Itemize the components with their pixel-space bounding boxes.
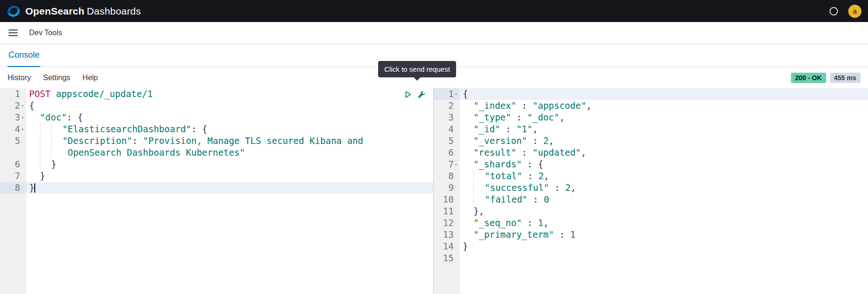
code-line[interactable]: 14} bbox=[434, 241, 868, 252]
play-icon bbox=[404, 90, 412, 98]
line-number: 3▾ bbox=[0, 112, 26, 123]
avatar[interactable]: a bbox=[848, 5, 861, 18]
code-text: "result" : "updated", bbox=[460, 147, 868, 158]
code-text: } bbox=[460, 241, 868, 252]
fold-icon[interactable]: ▾ bbox=[454, 158, 460, 170]
text-cursor bbox=[34, 183, 35, 193]
help-icon[interactable] bbox=[829, 7, 838, 15]
code-text: POST appscode/_update/1 bbox=[26, 88, 433, 100]
code-text: } bbox=[26, 170, 433, 182]
code-line[interactable]: 8 "total" : 2, bbox=[434, 170, 868, 182]
code-line[interactable]: 3 "_type" : "_doc", bbox=[434, 112, 868, 123]
code-line[interactable]: 4 "_id" : "1", bbox=[434, 123, 868, 135]
line-number: 4▾ bbox=[0, 123, 26, 135]
code-line[interactable]: 9 "successful" : 2, bbox=[434, 182, 868, 194]
send-request-button[interactable] bbox=[404, 90, 412, 98]
line-number: 10 bbox=[434, 194, 460, 205]
settings-button[interactable]: Settings bbox=[43, 74, 70, 82]
request-settings-button[interactable] bbox=[418, 90, 426, 98]
fold-icon[interactable]: ▾ bbox=[20, 123, 26, 135]
code-line[interactable]: 11 }, bbox=[434, 205, 868, 217]
console-panes: 1POST appscode/_update/12▾{3▾ "doc": {4▾… bbox=[0, 88, 868, 294]
response-pane: 1▾{2 "_index" : "appscode",3 "_type" : "… bbox=[434, 88, 868, 294]
code-line[interactable]: 4▾ "ElasticsearchDashboard": { bbox=[0, 123, 433, 135]
line-number: 15 bbox=[434, 252, 460, 264]
code-line[interactable]: 13 "_primary_term" : 1 bbox=[434, 229, 868, 241]
line-number: 3 bbox=[434, 112, 460, 123]
status-badge: 200 - OK bbox=[791, 73, 826, 83]
code-text: }, bbox=[460, 205, 868, 217]
help-button[interactable]: Help bbox=[83, 74, 98, 82]
code-line[interactable]: 1▾{ bbox=[434, 88, 868, 100]
code-line[interactable]: 15 bbox=[434, 252, 868, 264]
line-number: 1▾ bbox=[434, 88, 460, 100]
code-text: "_version" : 2, bbox=[460, 135, 868, 147]
line-number: 6 bbox=[434, 147, 460, 158]
line-number: 8 bbox=[0, 182, 26, 194]
code-text: OpenSearch Dashboards Kubernetes" bbox=[26, 147, 433, 158]
code-text: "doc": { bbox=[26, 112, 433, 123]
code-text: "ElasticsearchDashboard": { bbox=[26, 123, 433, 135]
line-number: 2 bbox=[434, 100, 460, 112]
code-text: "Description": "Provision, Manage TLS se… bbox=[26, 135, 433, 147]
request-editor[interactable]: 1POST appscode/_update/12▾{3▾ "doc": {4▾… bbox=[0, 88, 433, 294]
response-time-badge: 455 ms bbox=[830, 73, 860, 83]
code-line[interactable]: 10 "failed" : 0 bbox=[434, 194, 868, 205]
code-text: "_shards" : { bbox=[460, 158, 868, 170]
line-number: 7▾ bbox=[434, 158, 460, 170]
code-text: } bbox=[26, 158, 433, 170]
line-number bbox=[0, 147, 26, 158]
code-text: } bbox=[26, 182, 433, 194]
code-line[interactable]: 3▾ "doc": { bbox=[0, 112, 433, 123]
code-text bbox=[460, 252, 868, 264]
code-line[interactable]: 6 } bbox=[0, 158, 433, 170]
response-editor[interactable]: 1▾{2 "_index" : "appscode",3 "_type" : "… bbox=[434, 88, 868, 294]
code-line[interactable]: 8} bbox=[0, 182, 433, 194]
history-button[interactable]: History bbox=[8, 74, 31, 82]
line-number: 11 bbox=[434, 205, 460, 217]
line-number: 12 bbox=[434, 217, 460, 229]
send-request-tooltip: Click to send request bbox=[378, 61, 456, 77]
line-number: 14 bbox=[434, 241, 460, 252]
brand-primary: OpenSearch bbox=[25, 6, 85, 16]
code-line[interactable]: 12 "_seq_no" : 1, bbox=[434, 217, 868, 229]
fold-icon[interactable]: ▾ bbox=[20, 112, 26, 123]
tab-console[interactable]: Console bbox=[8, 50, 40, 67]
opensearch-logo-icon bbox=[7, 4, 21, 18]
line-number: 2▾ bbox=[0, 100, 26, 112]
code-line[interactable]: 6 "result" : "updated", bbox=[434, 147, 868, 158]
request-actions bbox=[404, 90, 426, 98]
code-line[interactable]: 1POST appscode/_update/1 bbox=[0, 88, 433, 100]
code-text: "_type" : "_doc", bbox=[460, 112, 868, 123]
code-text: "_primary_term" : 1 bbox=[460, 229, 868, 241]
code-line[interactable]: 2▾{ bbox=[0, 100, 433, 112]
request-pane: 1POST appscode/_update/12▾{3▾ "doc": {4▾… bbox=[0, 88, 434, 294]
brand-secondary: Dashboards bbox=[87, 6, 141, 16]
code-text: "_seq_no" : 1, bbox=[460, 217, 868, 229]
code-text: "_id" : "1", bbox=[460, 123, 868, 135]
line-number: 7 bbox=[0, 170, 26, 182]
line-number: 8 bbox=[434, 170, 460, 182]
code-line[interactable]: 7 } bbox=[0, 170, 433, 182]
opensearch-logo[interactable]: OpenSearchDashboards bbox=[7, 4, 141, 18]
code-line[interactable]: 7▾ "_shards" : { bbox=[434, 158, 868, 170]
fold-icon[interactable]: ▾ bbox=[20, 100, 26, 112]
breadcrumb: Dev Tools bbox=[29, 29, 62, 37]
app-header: OpenSearchDashboards a bbox=[0, 0, 868, 22]
line-number: 13 bbox=[434, 229, 460, 241]
code-text: "_index" : "appscode", bbox=[460, 100, 868, 112]
app-title: OpenSearchDashboards bbox=[25, 6, 141, 17]
line-number: 5 bbox=[434, 135, 460, 147]
line-number: 4 bbox=[434, 123, 460, 135]
fold-icon[interactable]: ▾ bbox=[454, 88, 460, 100]
code-line[interactable]: OpenSearch Dashboards Kubernetes" bbox=[0, 147, 433, 158]
code-line[interactable]: 5 "Description": "Provision, Manage TLS … bbox=[0, 135, 433, 147]
nav-bar: Dev Tools bbox=[0, 22, 868, 44]
code-text: { bbox=[460, 88, 868, 100]
code-text: { bbox=[26, 100, 433, 112]
line-number: 1 bbox=[0, 88, 26, 100]
code-line[interactable]: 2 "_index" : "appscode", bbox=[434, 100, 868, 112]
menu-icon[interactable] bbox=[8, 30, 18, 36]
code-line[interactable]: 5 "_version" : 2, bbox=[434, 135, 868, 147]
header-actions: a bbox=[829, 5, 861, 18]
